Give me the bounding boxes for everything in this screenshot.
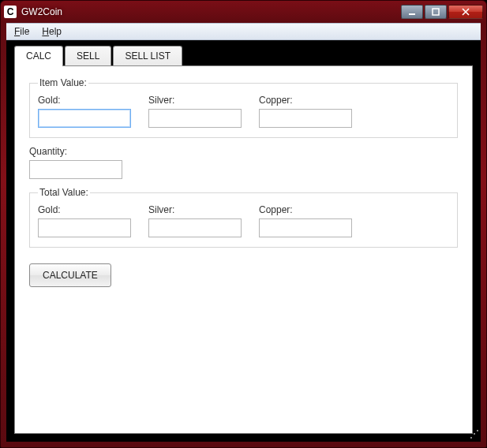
titlebar[interactable]: C GW2Coin: [1, 1, 486, 23]
close-icon: [461, 8, 470, 16]
close-button[interactable]: [448, 5, 483, 19]
item-gold-input[interactable]: [38, 109, 131, 128]
window-frame: C GW2Coin File Help CALC SELL SELL LIST: [0, 0, 487, 448]
total-silver-label: Silver:: [148, 204, 242, 215]
maximize-button[interactable]: [425, 5, 447, 19]
tab-calc[interactable]: CALC: [14, 46, 63, 66]
menubar: File Help: [6, 23, 481, 40]
window-title: GW2Coin: [21, 6, 62, 17]
quantity-label: Quantity:: [29, 146, 458, 157]
item-silver-input[interactable]: [148, 109, 242, 128]
total-gold-label: Gold:: [38, 204, 131, 215]
quantity-block: Quantity:: [29, 146, 458, 179]
minimize-icon: [408, 8, 416, 16]
quantity-input[interactable]: [29, 160, 122, 179]
group-item-value-legend: Item Value:: [38, 77, 88, 88]
menu-help[interactable]: Help: [36, 24, 68, 39]
window-controls: [399, 5, 483, 19]
tabpanel-calc: Item Value: Gold: Silver: Copper:: [14, 65, 473, 434]
group-item-value: Item Value: Gold: Silver: Copper:: [29, 77, 458, 138]
total-silver-input[interactable]: [148, 218, 242, 237]
item-gold-label: Gold:: [38, 95, 131, 106]
item-copper-input[interactable]: [259, 109, 352, 128]
menu-file-label: ile: [20, 26, 29, 37]
svg-rect-0: [409, 13, 415, 15]
menu-file[interactable]: File: [8, 24, 36, 39]
calculate-button[interactable]: CALCULATE: [29, 263, 111, 287]
item-silver-label: Silver:: [148, 95, 242, 106]
group-total-value: Total Value: Gold: Silver: Copper:: [29, 187, 458, 248]
menu-help-label: elp: [49, 26, 62, 37]
total-copper-input[interactable]: [259, 218, 352, 237]
tab-sell-list[interactable]: SELL LIST: [113, 46, 182, 66]
app-icon: C: [4, 6, 17, 18]
group-total-value-legend: Total Value:: [38, 187, 90, 198]
svg-rect-1: [433, 9, 439, 15]
item-copper-label: Copper:: [259, 95, 352, 106]
maximize-icon: [432, 8, 440, 16]
resize-grip-icon[interactable]: ⋰: [468, 429, 479, 440]
total-copper-label: Copper:: [259, 204, 352, 215]
minimize-button[interactable]: [401, 5, 423, 19]
tab-sell[interactable]: SELL: [65, 46, 111, 66]
total-gold-input[interactable]: [38, 218, 131, 237]
tabstrip: CALC SELL SELL LIST: [6, 40, 481, 65]
client-area: CALC SELL SELL LIST Item Value: Gold: Si…: [6, 40, 481, 442]
